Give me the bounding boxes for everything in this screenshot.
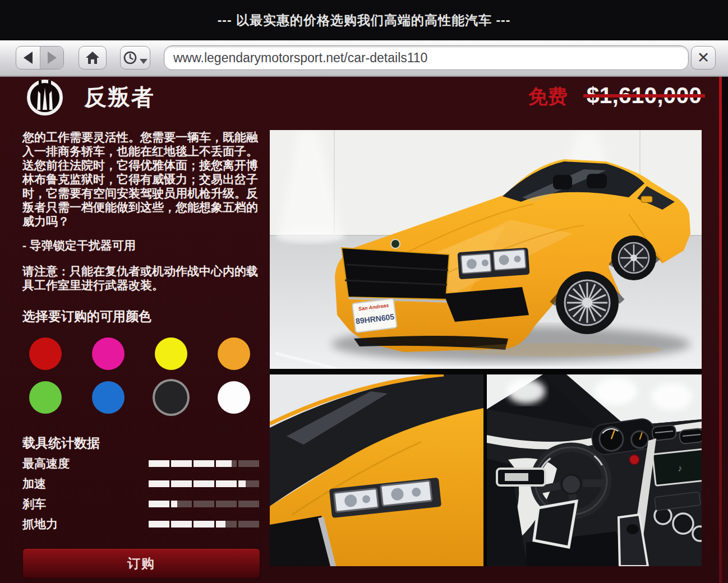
history-button[interactable] (120, 46, 150, 70)
stat-label: 抓地力 (22, 516, 149, 532)
order-button[interactable]: 订购 (22, 548, 260, 579)
door-handle (497, 469, 545, 485)
vehicle-description: 您的工作需要灵活性。您需要一辆车，既能融入一排商务轿车，也能在红地毯上不丢面子。… (22, 130, 265, 228)
stat-bar-segment (216, 521, 237, 528)
forward-icon (48, 52, 57, 64)
color-swatch-yellow[interactable] (155, 337, 187, 370)
color-swatch-orange[interactable] (218, 337, 250, 370)
stat-label: 加速 (22, 476, 149, 492)
stat-label: 最高速度 (22, 456, 149, 471)
address-bar[interactable]: www.legendarymotorsport.net/car-details1… (164, 45, 689, 70)
stat-bar-segment (193, 480, 214, 487)
color-section-title: 选择要订购的可用颜色 (22, 308, 151, 325)
clock-icon (123, 50, 137, 65)
stat-bar-segment (149, 521, 169, 528)
stat-row: 抓地力 (22, 514, 261, 534)
stats-list: 最高速度加速刹车抓地力 (22, 454, 261, 534)
stats-section-title: 载具统计数据 (22, 434, 100, 452)
price-free-label: 免费 (528, 84, 568, 110)
license-plate: San Andreas 89HRN605 (352, 299, 397, 333)
color-swatch-black[interactable] (155, 381, 187, 414)
stat-bar-segment (238, 480, 259, 487)
stat-bar (149, 460, 259, 467)
headlights (457, 248, 529, 280)
stat-bar-segment (171, 521, 192, 528)
url-text: www.legendarymotorsport.net/car-details1… (173, 50, 427, 66)
stat-bar-segment (171, 460, 192, 467)
stat-bar (149, 521, 259, 528)
color-swatch-red[interactable] (29, 337, 62, 370)
stat-bar-segment (238, 460, 259, 467)
vehicle-gallery: San Andreas 89HRN605 (270, 130, 702, 566)
stat-bar-segment (149, 480, 169, 487)
stat-bar-segment (193, 521, 214, 528)
warning-note: 请注意：只能在复仇者或机动作战中心内的载具工作室里进行武器改装。 (22, 264, 265, 292)
history-caret-icon (140, 59, 148, 64)
stat-bar-segment (171, 501, 192, 507)
order-button-label: 订购 (127, 555, 155, 572)
stat-bar-segment (193, 501, 214, 507)
color-swatch-green[interactable] (29, 381, 62, 414)
color-swatch-blue[interactable] (92, 381, 125, 414)
forward-button[interactable] (40, 47, 63, 69)
stat-bar (149, 480, 259, 487)
stat-bar-segment (171, 480, 192, 487)
back-icon (24, 52, 33, 64)
brand-logo-icon (26, 78, 64, 117)
stat-label: 刹车 (22, 496, 149, 512)
front-closeup-image (270, 374, 483, 566)
stat-bar-segment (238, 501, 259, 507)
back-button[interactable] (16, 47, 40, 69)
stat-row: 加速 (22, 474, 261, 494)
stat-bar-segment (216, 460, 237, 467)
stat-bar-segment (216, 480, 237, 487)
vehicle-name: 反叛者 (84, 82, 155, 113)
price-block: 免费 $1,610,000 (528, 82, 702, 110)
stat-row: 最高速度 (22, 454, 261, 474)
price-strikethrough (583, 94, 706, 98)
home-icon (85, 51, 100, 64)
stat-bar (149, 501, 259, 507)
page-edge-strip (722, 77, 728, 583)
stat-bar-segment (149, 460, 169, 467)
close-button[interactable]: ✕ (691, 46, 716, 70)
site-tagline-bar: --- 以最实惠的价格选购我们高端的高性能汽车 --- (0, 0, 728, 40)
stat-bar-segment (193, 460, 214, 467)
color-swatch-magenta[interactable] (92, 337, 125, 370)
stat-bar-segment (149, 501, 169, 507)
home-button[interactable] (79, 46, 107, 70)
site-tagline: --- 以最实惠的价格选购我们高端的高性能汽车 --- (218, 12, 511, 29)
close-icon: ✕ (697, 49, 710, 67)
color-swatch-grid (29, 337, 265, 414)
feature-note: - 导弹锁定干扰器可用 (22, 238, 265, 253)
center-screen: ♪ (652, 449, 702, 485)
main-car-image: San Andreas 89HRN605 (270, 130, 702, 369)
car-details-page: 反叛者 免费 $1,610,000 您的工作需要灵活性。您需要一辆车，既能融入一… (0, 77, 728, 583)
nav-buttons (16, 46, 64, 70)
stat-row: 刹车 (22, 494, 261, 514)
interior-image: ♪ (487, 374, 702, 566)
stat-bar-segment (216, 501, 237, 507)
browser-toolbar: www.legendarymotorsport.net/car-details1… (0, 40, 728, 77)
browser-window: --- 以最实惠的价格选购我们高端的高性能汽车 --- www.legendar… (0, 0, 728, 583)
color-swatch-white[interactable] (218, 381, 250, 414)
price-original: $1,610,000 (587, 82, 702, 109)
stat-bar-segment (238, 521, 259, 528)
